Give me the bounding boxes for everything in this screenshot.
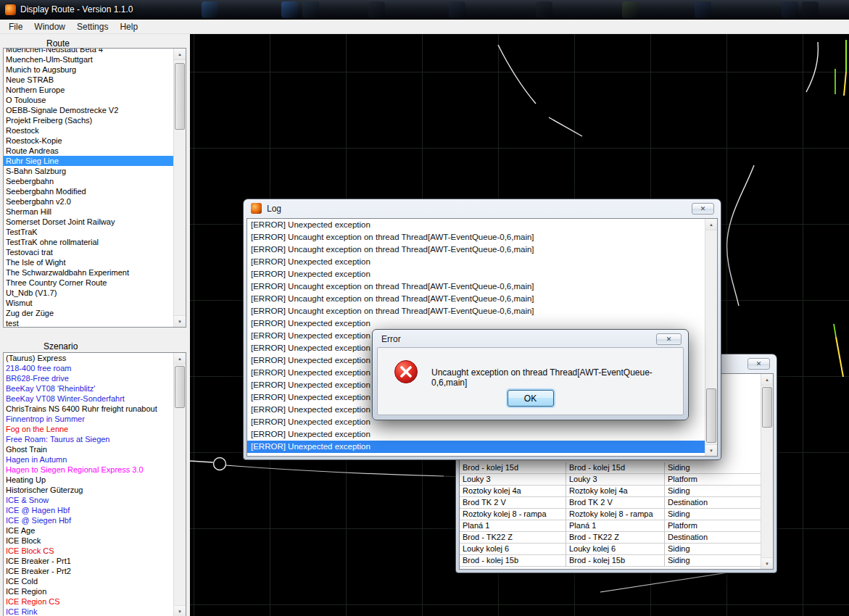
route-item[interactable]: Northern Europe [4,85,173,95]
scenario-item[interactable]: ICE @ Hagen Hbf [4,505,173,515]
scenario-item[interactable]: ICE Cold [4,576,173,586]
scenario-item[interactable]: ICE Block CS [4,546,173,556]
route-item[interactable]: Testovaci trat [4,247,173,257]
route-item[interactable]: Route Andreas [4,146,173,156]
scenario-item[interactable]: Heating Up [4,475,173,485]
route-item[interactable]: Wismut [4,298,173,308]
log-entry[interactable]: [ERROR] Uncaught exception on thread Thr… [247,231,705,244]
menu-help[interactable]: Help [114,20,144,33]
scroll-up-icon[interactable]: ▲ [174,49,186,60]
table-row[interactable]: Louky kolej 6Louky kolej 6Siding [460,544,761,555]
route-item[interactable]: Neue STRAB [4,75,173,85]
route-item[interactable]: Zug der Züge [4,308,173,318]
scroll-thumb[interactable] [762,387,772,428]
log-entry[interactable]: [ERROR] Uncaught exception on thread Thr… [247,280,705,293]
log-entry[interactable]: [ERROR] Unexpected exception [247,268,705,280]
scenario-item[interactable]: ICE Breaker - Prt1 [4,556,173,566]
route-item[interactable]: The Schwarzwaldbahn Experiment [4,267,173,278]
route-item[interactable]: TestTraK [4,227,173,237]
scroll-down-icon[interactable]: ▼ [761,557,773,569]
scroll-up-icon[interactable]: ▲ [174,353,186,365]
scroll-thumb[interactable] [175,366,185,408]
scroll-up-icon[interactable]: ▲ [705,219,717,230]
table-row[interactable]: Louky 3Louky 3Platform [460,474,761,486]
log-entry[interactable]: [ERROR] Unexpected exception [247,317,705,330]
log-entry[interactable]: [ERROR] Unexpected exception [247,441,705,453]
table-row[interactable]: Brod - kolej 15dBrod - kolej 15dSiding [460,462,761,474]
route-item[interactable]: Roestock [4,125,173,136]
error-dialog-titlebar[interactable]: Error ✕ [373,330,688,349]
route-item[interactable]: The Isle of Wight [4,257,173,267]
log-entry[interactable]: [ERROR] Unexpected exception [247,219,705,231]
route-item[interactable]: Ut_Ndb (V1.7) [4,288,173,298]
route-scrollbar[interactable]: ▲ ▼ [173,49,186,327]
route-item[interactable]: Somerset Dorset Joint Railway [4,217,173,227]
route-item[interactable]: Projekt Freiberg (Sachs) [4,115,173,125]
scenario-item[interactable]: ChrisTrains NS 6400 Ruhr freight runabou… [4,404,173,414]
scroll-thumb[interactable] [175,63,185,130]
menu-file[interactable]: File [3,20,28,33]
route-item[interactable]: test [4,318,173,327]
route-item[interactable]: Sherman Hill [4,207,173,217]
scenario-item[interactable]: Hagen in Autumn [4,454,173,465]
table-scrollbar[interactable]: ▲ ▼ [761,374,773,569]
route-item[interactable]: Muenchen-Ulm-Stuttgart [4,54,173,64]
scenario-item[interactable]: BeeKay VT08 Winter-Sonderfahrt [4,394,173,404]
route-item[interactable]: Seebergbahn [4,176,173,186]
route-item[interactable]: Seebergbahn Modified [4,186,173,196]
log-scrollbar[interactable]: ▲ ▼ [705,219,717,456]
scenario-item[interactable]: ICE @ Siegen Hbf [4,515,173,525]
scenario-item[interactable]: ICE Region CS [4,596,173,607]
scenario-item[interactable]: Fog on the Lenne [4,424,173,434]
close-icon[interactable]: ✕ [656,333,682,345]
scenario-item[interactable]: Free Roam: Taurus at Siegen [4,434,173,444]
title-bar[interactable]: Display Route - Version 1.1.0 [0,0,849,20]
log-entry[interactable]: [ERROR] Unexpected exception [247,256,705,268]
table-row[interactable]: Roztoky kolej 8 - rampaRoztoky kolej 8 -… [460,509,761,520]
route-item[interactable]: S-Bahn Salzburg [4,166,173,176]
scenario-item[interactable]: Finnentrop in Summer [4,414,173,424]
scenario-item[interactable]: ICE & Snow [4,495,173,505]
scroll-down-icon[interactable]: ▼ [174,605,186,616]
scroll-down-icon[interactable]: ▼ [174,315,186,327]
scenario-item[interactable]: BR628-Free drive [4,373,173,383]
ok-button[interactable]: OK [508,390,554,407]
log-entry[interactable]: [ERROR] Uncaught exception on thread Thr… [247,305,705,317]
log-entry[interactable]: [ERROR] Uncaught exception on thread Thr… [247,293,705,305]
route-item[interactable]: TestTraK ohne rollmaterial [4,237,173,247]
scenario-item[interactable]: ICE Rink [4,607,173,616]
close-icon[interactable]: ✕ [692,203,714,215]
scenario-item[interactable]: ICE Age [4,525,173,536]
route-item[interactable]: Roestock-Kopie [4,136,173,146]
route-item[interactable]: OEBB-Signale Demostrecke V2 [4,105,173,115]
close-icon[interactable]: ✕ [747,358,770,370]
scenario-item[interactable]: Historischer Güterzug [4,485,173,495]
log-window-titlebar[interactable]: Log ✕ [244,199,721,218]
scroll-thumb[interactable] [706,388,716,443]
route-item[interactable]: Seebergbahn v2.0 [4,196,173,207]
scenario-item[interactable]: BeeKay VT08 'Rheinblitz' [4,383,173,394]
table-row[interactable]: Brod - TK22 ZBrod - TK22 ZDestination [460,532,761,544]
scroll-down-icon[interactable]: ▼ [705,444,717,456]
route-item[interactable]: Three Country Corner Route [4,278,173,288]
log-entry[interactable]: [ERROR] Uncaught exception on thread Thr… [247,244,705,256]
scenario-item[interactable]: (Taurus) Express [4,353,173,363]
table-row[interactable]: Brod - kolej 15bBrod - kolej 15bSiding [460,555,761,567]
log-entry[interactable]: [ERROR] Unexpected exception [247,428,705,441]
route-item[interactable]: Muenchen-Neustadt Beta 4 [4,49,173,54]
table-row[interactable]: Brod TK 2 VBrod TK 2 VDestination [460,497,761,509]
table-row[interactable]: Planá 1Planá 1Platform [460,520,761,532]
route-item[interactable]: Munich to Augsburg [4,64,173,75]
scroll-up-icon[interactable]: ▲ [761,374,773,386]
scenario-item[interactable]: Hagen to Siegen Regional Express 3.0 [4,465,173,475]
scenario-item[interactable]: ICE Breaker - Prt2 [4,566,173,576]
scenario-item[interactable]: ICE Region [4,586,173,596]
route-item[interactable]: Ruhr Sieg Line [4,156,173,166]
scenario-item[interactable]: 218-400 free roam [4,363,173,373]
route-item[interactable]: O Toulouse [4,95,173,105]
menu-settings[interactable]: Settings [71,20,114,33]
scenario-item[interactable]: Ghost Train [4,444,173,454]
table-row[interactable]: Roztoky kolej 4aRoztoky kolej 4aSiding [460,486,761,497]
scenario-item[interactable]: ICE Block [4,536,173,546]
scenario-scrollbar[interactable]: ▲ ▼ [173,353,186,616]
